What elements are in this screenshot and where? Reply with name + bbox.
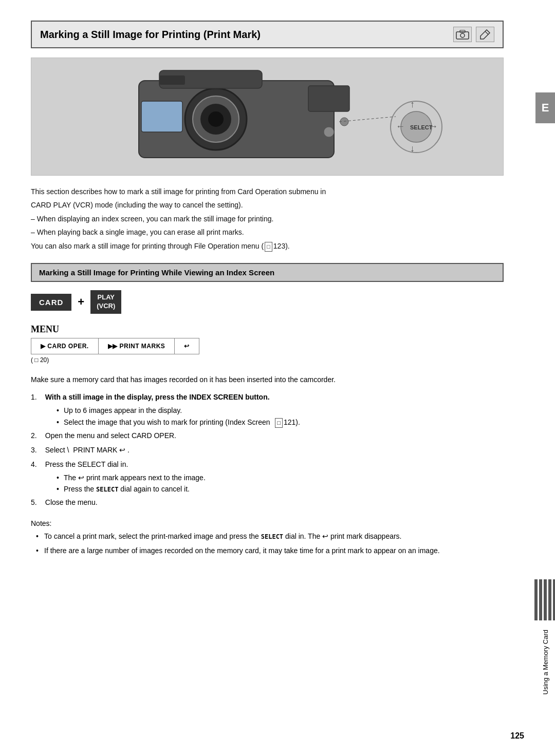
svg-line-3	[485, 31, 488, 34]
camera-illustration: SELECT ↑ ↓ ← →	[31, 58, 504, 176]
menu-flow: ▶ CARD OPER. ▶▶ PRINT MARKS ↩	[31, 338, 199, 354]
card-button: CARD	[31, 294, 71, 311]
step-2: 2. Open the menu and select CARD OPER.	[31, 430, 504, 442]
page-number: 125	[510, 731, 524, 741]
svg-point-13	[324, 127, 334, 137]
intro-step: Make sure a memory card that has images …	[31, 374, 504, 385]
svg-text:↑: ↑	[410, 99, 415, 109]
section-header: Marking a Still Image for Printing While…	[31, 263, 504, 282]
step-4: 4. Press the SELECT dial in. The ↩ print…	[31, 459, 504, 495]
steps-list: 1. With a still image in the display, pr…	[31, 391, 504, 509]
title-icons	[453, 27, 494, 42]
desc-line1: This section describes how to mark a sti…	[31, 186, 504, 197]
note-2: If there are a large number of images re…	[36, 545, 504, 556]
menu-label: MENU	[31, 324, 504, 335]
plus-sign: +	[78, 295, 84, 309]
tab-letter: E	[542, 101, 549, 115]
bullet-4-1: The ↩ print mark appears next to the ima…	[57, 472, 504, 483]
camera-icon	[453, 27, 472, 42]
bullet-1-1: Up to 6 images appear in the display.	[57, 405, 504, 416]
step-1-text: With a still image in the display, press…	[45, 393, 270, 401]
menu-ref: ( □ 20)	[31, 356, 504, 364]
ref-box-123: □	[265, 242, 272, 252]
desc-line2: CARD PLAY (VCR) mode (including the way …	[31, 199, 504, 211]
mode-button-row: CARD + PLAY (VCR)	[31, 290, 504, 314]
section-tab-e: E	[535, 92, 555, 123]
notes-section: Notes: To cancel a print mark, select th…	[31, 519, 504, 557]
camera-svg: SELECT ↑ ↓ ← →	[57, 65, 478, 168]
menu-print-marks: ▶▶ PRINT MARKS	[99, 338, 175, 354]
svg-text:↓: ↓	[410, 143, 415, 154]
desc-line5: You can also mark a still image for prin…	[31, 240, 504, 252]
page-title: Marking a Still Image for Printing (Prin…	[40, 29, 261, 41]
step-1: 1. With a still image in the display, pr…	[31, 391, 504, 428]
step-1-bullets: Up to 6 images appear in the display. Se…	[41, 405, 504, 428]
main-content: Marking a Still Image for Printing (Prin…	[0, 0, 534, 591]
svg-rect-2	[460, 30, 465, 32]
bullet-4-2: Press the SELECT dial again to cancel it…	[57, 483, 504, 495]
decorative-lines	[534, 579, 555, 620]
menu-diagram: MENU ▶ CARD OPER. ▶▶ PRINT MARKS ↩ ( □ 2…	[31, 324, 504, 364]
menu-card-oper: ▶ CARD OPER.	[31, 338, 99, 354]
page-container: E Using a Memory Card 125 Marking a Stil…	[0, 0, 555, 756]
step-5: 5. Close the menu.	[31, 497, 504, 509]
svg-rect-0	[456, 32, 469, 39]
svg-rect-11	[141, 101, 182, 132]
title-bar: Marking a Still Image for Printing (Prin…	[31, 21, 504, 48]
pen-icon	[476, 27, 494, 42]
bullet-1-2: Select the image that you wish to mark f…	[57, 417, 504, 428]
step-3: 3. Select \ PRINT MARK ↩ .	[31, 444, 504, 457]
play-vcr-button: PLAY (VCR)	[90, 290, 121, 314]
note-1: To cancel a print mark, select the print…	[36, 531, 504, 542]
notes-list: To cancel a print mark, select the print…	[31, 531, 504, 557]
svg-rect-10	[308, 86, 349, 111]
sidebar-vertical: Using a Memory Card	[535, 579, 555, 694]
svg-point-1	[460, 33, 465, 37]
description-block: This section describes how to mark a sti…	[31, 186, 504, 252]
desc-line3: – When displaying an index screen, you c…	[31, 213, 504, 224]
svg-rect-12	[159, 75, 185, 85]
ref-box-121: □	[275, 418, 283, 428]
sidebar-label: Using a Memory Card	[542, 630, 549, 694]
desc-line4: – When playing back a single image, you …	[31, 226, 504, 238]
notes-title: Notes:	[31, 519, 504, 527]
svg-point-8	[208, 111, 224, 127]
step-4-bullets: The ↩ print mark appears next to the ima…	[41, 472, 504, 495]
menu-return: ↩	[175, 338, 199, 354]
svg-text:←: ←	[396, 121, 405, 131]
svg-text:→: →	[429, 121, 438, 131]
